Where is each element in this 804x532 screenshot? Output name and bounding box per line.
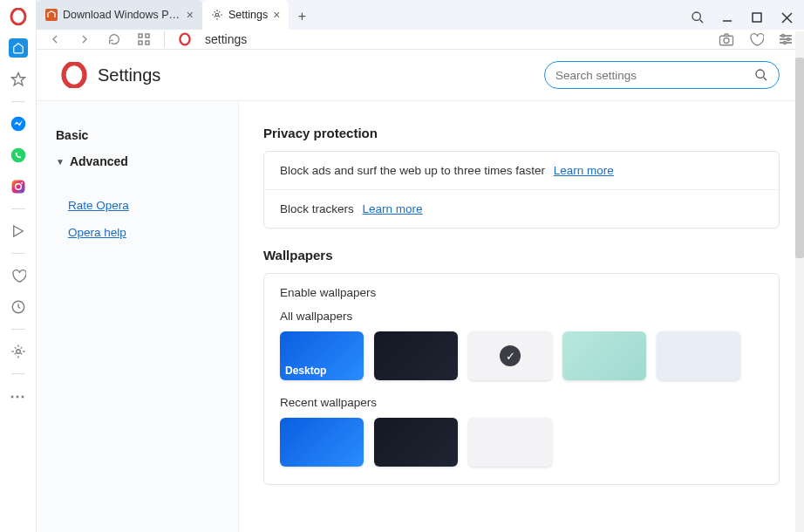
svg-rect-14 <box>753 13 761 22</box>
vertical-scrollbar[interactable] <box>795 31 804 532</box>
svg-rect-18 <box>146 41 149 44</box>
settings-header: Settings <box>37 50 804 100</box>
wallpapers-recent-label: Recent wallpapers <box>280 396 763 409</box>
home-icon[interactable] <box>9 38 28 58</box>
learn-more-link[interactable]: Learn more <box>554 164 614 177</box>
speed-dial-icon[interactable] <box>134 30 153 49</box>
window-close-icon[interactable] <box>780 10 794 24</box>
gear-icon[interactable] <box>9 342 28 361</box>
opera-logo-icon[interactable] <box>9 7 28 26</box>
main-column: Download Windows Progra × Settings × + s… <box>37 0 804 532</box>
search-icon[interactable] <box>691 10 705 24</box>
learn-more-link[interactable]: Learn more <box>363 202 423 215</box>
address-bar: settings <box>37 30 804 50</box>
tab-inactive[interactable]: Download Windows Progra × <box>37 0 202 30</box>
svg-point-0 <box>11 9 25 24</box>
svg-marker-1 <box>11 73 24 85</box>
section-wallpapers-heading: Wallpapers <box>263 248 780 263</box>
wallpapers-enable-row[interactable]: Enable wallpapers <box>280 286 763 299</box>
wallpaper-tile[interactable]: ✓ <box>468 331 552 380</box>
tab-favicon-gear-icon <box>211 9 223 21</box>
tab-favicon-icon <box>45 9 58 21</box>
play-icon[interactable] <box>9 222 28 241</box>
settings-page: Settings Basic ▼Advanced Rate Opera Oper… <box>37 50 804 532</box>
svg-point-27 <box>784 42 787 44</box>
new-tab-button[interactable]: + <box>289 3 315 30</box>
wallpapers-all-grid: Desktop ✓ <box>280 331 763 380</box>
svg-rect-4 <box>11 181 24 194</box>
tab-bar: Download Windows Progra × Settings × + <box>37 0 804 30</box>
window-maximize-icon[interactable] <box>750 10 764 24</box>
svg-point-21 <box>724 38 729 44</box>
opera-logo-icon <box>61 62 87 88</box>
section-privacy-heading: Privacy protection <box>263 126 780 140</box>
tab-active[interactable]: Settings × <box>202 0 289 30</box>
svg-marker-7 <box>13 226 23 236</box>
svg-point-9 <box>16 350 20 354</box>
svg-point-12 <box>692 12 700 20</box>
svg-point-19 <box>180 34 189 45</box>
wallpaper-tile[interactable] <box>374 418 458 467</box>
easy-setup-icon[interactable] <box>776 30 795 49</box>
privacy-trackers-row[interactable]: Block trackers Learn more <box>264 189 779 228</box>
page-title: Settings <box>98 65 534 85</box>
nav-basic[interactable]: Basic <box>52 122 222 148</box>
privacy-adblock-row[interactable]: Block ads and surf the web up to three t… <box>264 152 779 189</box>
more-icon[interactable]: ⋯ <box>9 386 28 406</box>
wallpaper-tile[interactable] <box>562 331 646 380</box>
whatsapp-icon[interactable] <box>9 146 28 165</box>
nav-forward-icon[interactable] <box>75 30 94 49</box>
chevron-down-icon: ▼ <box>56 157 65 167</box>
svg-point-26 <box>787 38 790 41</box>
wallpapers-all-label: All wallpapers <box>280 310 763 323</box>
history-icon[interactable] <box>9 297 28 317</box>
search-input[interactable] <box>555 69 747 82</box>
svg-rect-17 <box>139 41 142 44</box>
snapshot-icon[interactable] <box>717 30 736 49</box>
wallpaper-tile[interactable]: Desktop <box>280 331 364 380</box>
nav-back-icon[interactable] <box>45 30 65 49</box>
star-icon[interactable] <box>9 70 28 89</box>
nav-advanced[interactable]: ▼Advanced <box>52 148 222 174</box>
wallpapers-card: Enable wallpapers All wallpapers Desktop… <box>263 273 780 485</box>
opera-address-icon <box>175 30 194 49</box>
settings-main: Basic ▼Advanced Rate Opera Opera help Pr… <box>37 100 804 532</box>
tab-close-icon[interactable]: × <box>187 8 194 22</box>
messenger-icon[interactable] <box>9 114 28 133</box>
window-controls <box>682 10 804 30</box>
heart-bookmark-icon[interactable] <box>746 30 766 49</box>
svg-point-25 <box>782 35 785 38</box>
instagram-icon[interactable] <box>9 177 28 196</box>
svg-point-3 <box>10 148 25 163</box>
tab-label: Settings <box>228 9 268 21</box>
window-minimize-icon[interactable] <box>720 10 734 24</box>
wallpaper-tile[interactable] <box>280 418 364 467</box>
tab-label: Download Windows Progra <box>63 9 181 21</box>
browser-sidebar: ⋯ <box>0 0 37 532</box>
svg-point-28 <box>64 64 85 87</box>
svg-point-6 <box>21 182 23 184</box>
wallpaper-tile[interactable] <box>374 331 458 380</box>
privacy-card: Block ads and surf the web up to three t… <box>263 151 780 228</box>
wallpaper-tile[interactable] <box>468 418 552 467</box>
search-icon <box>754 68 768 82</box>
svg-rect-10 <box>45 9 58 21</box>
wallpapers-recent-grid <box>280 418 763 467</box>
heart-icon[interactable] <box>9 266 28 285</box>
settings-nav: Basic ▼Advanced Rate Opera Opera help <box>37 101 239 532</box>
settings-content: Privacy protection Block ads and surf th… <box>239 101 804 532</box>
svg-point-11 <box>215 13 219 17</box>
check-icon: ✓ <box>500 345 521 366</box>
nav-rate-opera-link[interactable]: Rate Opera <box>52 194 222 217</box>
address-text[interactable]: settings <box>205 32 706 46</box>
wallpaper-tile[interactable] <box>657 331 740 380</box>
tab-close-icon[interactable]: × <box>273 8 280 22</box>
search-settings-field[interactable] <box>544 61 780 89</box>
svg-rect-15 <box>139 34 142 38</box>
nav-reload-icon[interactable] <box>105 30 124 49</box>
svg-rect-16 <box>146 34 149 38</box>
nav-opera-help-link[interactable]: Opera help <box>52 221 222 244</box>
svg-point-29 <box>756 70 764 78</box>
